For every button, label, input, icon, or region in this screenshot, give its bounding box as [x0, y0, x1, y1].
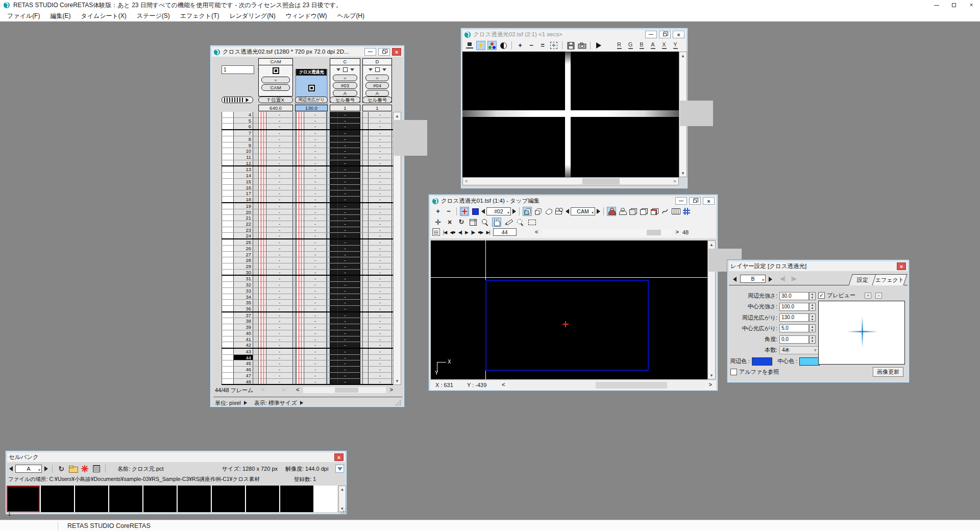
open-folder-button[interactable]: [68, 464, 78, 473]
scroll-right-icon[interactable]: >: [709, 381, 712, 388]
step-back-icon[interactable]: ◀|: [780, 276, 786, 281]
pane-tool[interactable]: [469, 218, 478, 227]
row-blank-cell[interactable]: [222, 318, 234, 324]
menu-item-6[interactable]: レンダリング(N): [224, 10, 280, 21]
effect-frame-cell[interactable]: -: [295, 118, 328, 124]
cell-thumbnail-2[interactable]: [41, 486, 74, 512]
effect-frame-cell[interactable]: -: [295, 306, 328, 311]
row-blank-cell[interactable]: [222, 185, 234, 190]
row-number[interactable]: 22: [234, 221, 253, 227]
d-frame-cell[interactable]: -: [362, 288, 392, 294]
grid-button[interactable]: [682, 207, 691, 216]
cam-param-button[interactable]: T 位置X: [258, 96, 293, 103]
row-number[interactable]: 5: [234, 118, 253, 124]
spinner-up-icon[interactable]: ▲: [810, 293, 815, 296]
row-number[interactable]: 28: [234, 257, 253, 263]
d-frame-cell[interactable]: -: [362, 336, 392, 342]
row-number[interactable]: 8: [234, 136, 253, 142]
channel-button-r[interactable]: R: [614, 42, 625, 49]
rgb-mode-button[interactable]: [487, 41, 497, 50]
d-frame-cell[interactable]: -: [362, 190, 392, 196]
c-frame-cell[interactable]: -: [330, 185, 360, 190]
timesheet-row-45[interactable]: 45----: [222, 360, 401, 367]
c-frame-cell[interactable]: -: [330, 142, 360, 148]
layer-toggle-icon[interactable]: [308, 85, 315, 91]
tap-move-mode-button[interactable]: [460, 207, 469, 216]
row-blank-cell[interactable]: [222, 288, 234, 294]
channel-button-b[interactable]: B: [636, 42, 647, 49]
row-blank-cell[interactable]: [222, 142, 234, 148]
row-blank-cell[interactable]: [222, 209, 234, 215]
timesheet-row-8[interactable]: 8----: [222, 136, 401, 142]
c-frame-cell[interactable]: -: [330, 203, 360, 209]
cam-frame-cell[interactable]: -: [258, 257, 293, 263]
c-frame-cell[interactable]: -: [330, 209, 360, 215]
zoom-in-button[interactable]: +: [516, 41, 525, 50]
row-number[interactable]: 12: [234, 160, 253, 166]
timesheet-row-34[interactable]: 34----: [222, 294, 401, 300]
d-frame-cell[interactable]: -: [362, 221, 392, 227]
d-frame-cell[interactable]: -: [362, 215, 392, 221]
cam-frame-cell[interactable]: -: [258, 190, 293, 196]
c-frame-cell[interactable]: -: [330, 190, 360, 196]
row-blank-cell[interactable]: [222, 349, 234, 354]
c-frame-cell[interactable]: -: [330, 300, 360, 305]
c-frame-cell[interactable]: -: [330, 288, 360, 294]
scrollbar-thumb[interactable]: [647, 230, 661, 235]
c-frame-cell[interactable]: -: [330, 239, 360, 245]
timesheet-row-12[interactable]: 12----: [222, 160, 401, 167]
d-frame-cell[interactable]: -: [362, 360, 392, 366]
d-frame-cell[interactable]: -: [362, 330, 392, 336]
row-blank-cell[interactable]: [222, 130, 234, 136]
row-number[interactable]: 24: [234, 233, 253, 238]
row-blank-cell[interactable]: [222, 160, 234, 166]
play-backward-button[interactable]: ◀●: [450, 230, 455, 235]
d-frame-cell[interactable]: -: [362, 306, 392, 311]
tab-effect[interactable]: エフェクト: [872, 274, 907, 285]
cam-frame-cell[interactable]: -: [258, 112, 293, 117]
effect-frame-cell[interactable]: -: [295, 154, 328, 160]
d-frame-cell[interactable]: -: [362, 154, 392, 160]
field-input[interactable]: 0.0: [779, 335, 809, 344]
row-number[interactable]: 34: [234, 294, 253, 300]
effect-frame-cell[interactable]: -: [295, 342, 328, 348]
c-param-button[interactable]: セル番号: [330, 96, 360, 103]
c-frame-cell[interactable]: -: [330, 330, 360, 336]
restore-button[interactable]: [378, 48, 390, 56]
row-blank-cell[interactable]: [222, 203, 234, 209]
effect-frame-cell[interactable]: -: [295, 257, 328, 263]
channel-button-g[interactable]: G: [625, 42, 636, 49]
cell-thumbnail-5[interactable]: [143, 486, 177, 512]
field-spinner[interactable]: ▲▼: [809, 335, 816, 344]
d-frame-cell[interactable]: -: [362, 179, 392, 184]
c-frame-cell[interactable]: -: [330, 160, 360, 166]
row-number[interactable]: 11: [234, 154, 253, 160]
prev-bank-icon[interactable]: [9, 466, 13, 471]
d-frame-cell[interactable]: -: [362, 355, 392, 360]
scroll-up-icon[interactable]: ▲: [339, 486, 346, 492]
d-frame-cell[interactable]: -: [362, 124, 392, 129]
minimize-button[interactable]: [675, 197, 687, 205]
filmstrip-button[interactable]: [671, 207, 680, 216]
row-blank-cell[interactable]: [222, 252, 234, 257]
row-blank-cell[interactable]: [222, 355, 234, 360]
cam-frame-cell[interactable]: -: [258, 124, 293, 129]
channel-button-a[interactable]: A: [647, 42, 658, 49]
cam-frame-cell[interactable]: -: [258, 306, 293, 311]
effect-frame-cell[interactable]: -: [295, 142, 328, 148]
menu-item-4[interactable]: ステージ(S): [132, 10, 175, 21]
layer-copy-button[interactable]: [628, 207, 638, 216]
count-select[interactable]: 4本∨: [779, 346, 819, 354]
spinner-down-icon[interactable]: ▼: [810, 307, 815, 310]
row-blank-cell[interactable]: [222, 282, 234, 287]
timesheet-row-38[interactable]: 38----: [222, 318, 401, 324]
timesheet-row-21[interactable]: 21----: [222, 215, 401, 221]
row-blank-cell[interactable]: [222, 300, 234, 305]
row-number[interactable]: 32: [234, 282, 253, 287]
row-number[interactable]: 35: [234, 300, 253, 305]
row-blank-cell[interactable]: [222, 306, 234, 311]
scrollbar-thumb[interactable]: [596, 382, 667, 389]
c-frame-cell[interactable]: -: [330, 373, 360, 378]
row-number[interactable]: 9: [234, 142, 253, 148]
d-frame-cell[interactable]: -: [362, 312, 392, 318]
